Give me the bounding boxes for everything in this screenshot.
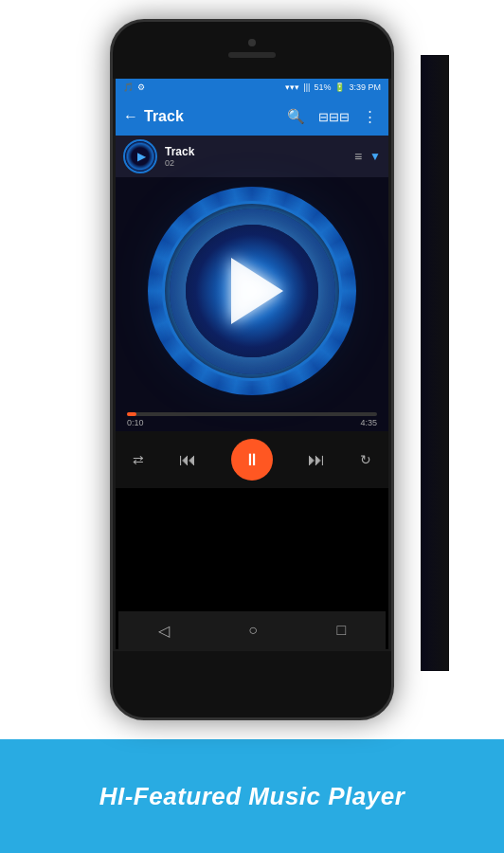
play-triangle-icon	[231, 258, 283, 324]
equalizer-button[interactable]: ⊟⊟⊟	[315, 108, 353, 126]
search-button[interactable]: 🔍	[283, 106, 309, 127]
status-left: 🎵 ⚙	[123, 82, 145, 92]
phone-speaker	[228, 52, 276, 58]
big-play-button[interactable]	[148, 187, 356, 395]
side-panel	[421, 55, 449, 671]
app-bar: ← Track 🔍 ⊟⊟⊟ ⋮	[116, 98, 388, 136]
repeat-button[interactable]: ↻	[360, 452, 371, 467]
status-right: ▾▾▾ ||| 51% 🔋 3:39 PM	[285, 82, 381, 92]
phone-camera	[248, 39, 256, 46]
phone-top-hardware	[113, 22, 391, 79]
pause-button[interactable]: ⏸	[231, 439, 273, 481]
track-name: Track	[165, 145, 347, 158]
clock: 3:39 PM	[349, 82, 381, 92]
track-list-icon[interactable]: ≡	[354, 149, 362, 164]
battery-percent: 51%	[314, 82, 331, 92]
sync-icon: ⚙	[137, 82, 145, 92]
current-time: 0:10	[127, 418, 144, 427]
signal-icon: |||	[303, 82, 310, 92]
track-row[interactable]: ▶ Track 02 ≡ ▼	[116, 136, 388, 177]
controls-area: ⇄ ⏮ ⏸ ⏭ ↻	[116, 431, 388, 488]
time-row: 0:10 4:35	[127, 418, 377, 427]
app-bar-title: Track	[144, 108, 278, 125]
recent-nav-icon[interactable]: □	[337, 622, 347, 639]
phone: 🎵 ⚙ ▾▾▾ ||| 51% 🔋 3:39 PM ← Track 🔍 ⊟⊟⊟ …	[110, 19, 394, 720]
mini-play-icon: ▶	[137, 150, 146, 163]
pause-icon: ⏸	[243, 450, 261, 470]
wifi-icon: ▾▾▾	[285, 82, 299, 92]
track-info: Track 02	[165, 145, 347, 168]
track-thumbnail: ▶	[123, 139, 157, 173]
back-nav-icon[interactable]: ◁	[158, 622, 170, 640]
progress-bar-container[interactable]	[127, 412, 377, 416]
shuffle-button[interactable]: ⇄	[133, 452, 144, 467]
track-dropdown-icon[interactable]: ▼	[369, 150, 381, 163]
next-button[interactable]: ⏭	[308, 450, 325, 470]
battery-icon: 🔋	[334, 82, 345, 92]
back-button[interactable]: ←	[123, 108, 138, 125]
banner-text: HI-Featured Music Player	[99, 782, 405, 811]
prev-button[interactable]: ⏮	[179, 450, 196, 470]
phone-wrapper: 🎵 ⚙ ▾▾▾ ||| 51% 🔋 3:39 PM ← Track 🔍 ⊟⊟⊟ …	[0, 0, 504, 739]
progress-area[interactable]: 0:10 4:35	[116, 405, 388, 431]
more-button[interactable]: ⋮	[359, 106, 381, 127]
phone-bottom-hardware	[113, 651, 391, 717]
phone-screen: 🎵 ⚙ ▾▾▾ ||| 51% 🔋 3:39 PM ← Track 🔍 ⊟⊟⊟ …	[116, 77, 388, 649]
player-area	[116, 177, 388, 405]
status-bar: 🎵 ⚙ ▾▾▾ ||| 51% 🔋 3:39 PM	[116, 77, 388, 98]
home-nav-icon[interactable]: ○	[248, 622, 258, 639]
progress-bar-fill	[127, 412, 136, 416]
nav-bar: ◁ ○ □	[118, 611, 386, 649]
track-number: 02	[165, 158, 347, 168]
total-time: 4:35	[360, 418, 377, 427]
bottom-banner: HI-Featured Music Player	[0, 739, 504, 853]
notification-icon: 🎵	[123, 82, 134, 92]
